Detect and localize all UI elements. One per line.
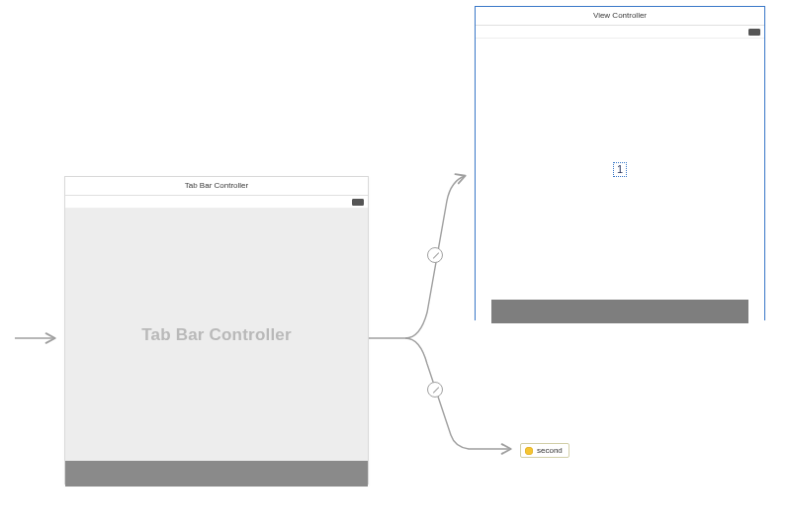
scene-content: Tab Bar Controller [65,209,368,461]
view-controller-scene[interactable]: View Controller 1 [475,6,765,320]
reference-label: second [537,446,563,455]
storyboard-canvas[interactable]: Tab Bar Controller Tab Bar Controller Vi… [0,0,788,532]
status-bar [65,196,368,209]
tab-bar-controller-scene[interactable]: Tab Bar Controller Tab Bar Controller [64,176,369,485]
center-label[interactable]: 1 [613,162,627,177]
controller-watermark: Tab Bar Controller [141,325,292,345]
tab-bar [476,300,764,323]
reference-dot-icon [525,447,533,455]
storyboard-reference[interactable]: second [520,443,569,458]
battery-icon [352,199,364,206]
scene-title: Tab Bar Controller [65,177,368,196]
scene-title: View Controller [476,7,764,26]
segue-badge-icon[interactable] [427,382,443,398]
tab-bar [65,461,368,487]
segue-badge-icon[interactable] [427,247,443,263]
battery-icon [748,29,760,36]
status-bar [476,26,764,39]
scene-content[interactable]: 1 [476,39,764,300]
